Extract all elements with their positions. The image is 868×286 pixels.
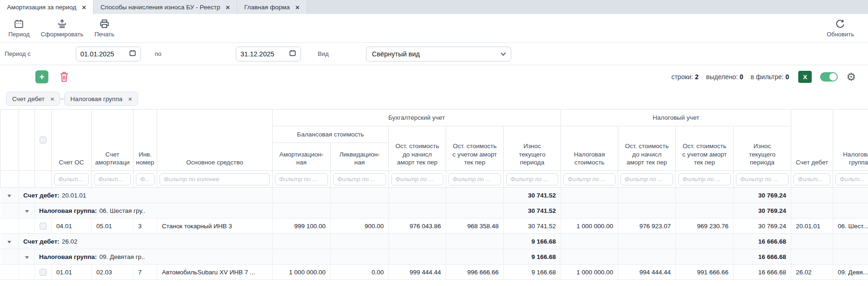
cell-nu-iznos: 30 769.24	[734, 203, 791, 218]
cell-schet-os: 04.01	[52, 218, 92, 234]
calendar-icon[interactable]	[129, 49, 136, 58]
delete-row-button[interactable]	[59, 71, 70, 83]
period-button[interactable]: Период	[8, 19, 30, 38]
select-all-checkbox[interactable]	[40, 136, 47, 143]
tab-main-form[interactable]: Главная форма	[237, 0, 307, 14]
period-to-input[interactable]	[240, 50, 283, 58]
filter-input-bu-ost-s[interactable]	[448, 173, 501, 185]
cell-nu-iznos: 16 666.68	[734, 249, 791, 265]
period-from-field[interactable]	[76, 47, 141, 61]
tab-amortization[interactable]: Амортизация за период	[0, 0, 93, 14]
table-row[interactable]: 01.01 02.03 7 АвтомобильSubaru XV ИНВ 7 …	[0, 265, 868, 280]
grid-stats: строки: 2 выделено: 0 в фильтре: 0 X	[664, 71, 856, 83]
export-excel-button[interactable]: X	[798, 71, 812, 83]
col-header-amortizacionnaya: Амортизацион- ная	[273, 143, 331, 171]
filtered-count-value: 0	[786, 73, 789, 81]
row-checkbox[interactable]	[40, 223, 47, 230]
cell-nu-ost-do: 994 444.44	[618, 265, 676, 280]
view-label: Вид	[318, 50, 329, 57]
filter-input-schet-amort[interactable]	[94, 173, 131, 185]
cell-bu-iznos: 9 166.68	[504, 265, 561, 280]
add-row-button[interactable]	[35, 70, 48, 83]
cell-bu-iznos: 9 166.68	[504, 234, 561, 249]
col-header-schet-debet: Счет дебет	[791, 109, 833, 171]
settings-gear-icon[interactable]	[846, 72, 856, 82]
col-header-nal-gruppa: Налоговая группа	[833, 109, 868, 171]
cell-bu-iznos: 9 166.68	[504, 249, 561, 265]
cell-nu-iznos: 16 666.68	[734, 234, 791, 249]
calendar-icon	[13, 19, 24, 29]
grid-action-bar: строки: 2 выделено: 0 в фильтре: 0 X	[0, 65, 868, 89]
table-row-group: Счет дебет:20.01.01 30 741.52 30 769.24	[0, 188, 868, 203]
group-label: Счет дебет:	[23, 238, 60, 245]
print-button[interactable]: Печать	[94, 19, 114, 38]
group-chip-nalog-gruppa[interactable]: Налоговая группа	[64, 92, 138, 106]
filter-input-inv[interactable]	[136, 173, 154, 185]
close-icon[interactable]	[226, 4, 230, 11]
filter-input-nu-iznos[interactable]	[736, 173, 788, 185]
cell-schet-debet: 26.02	[791, 265, 833, 280]
period-filter-bar: Период с по Вид Свёрнутый вид	[0, 43, 868, 65]
col-header-likvidacionnaya: Ликвидацион- ная	[331, 143, 389, 171]
cell-bu-iznos: 30 741.52	[504, 218, 561, 234]
data-grid: Счет ОС Счет амортизаци Инв. номер Основ…	[0, 109, 868, 280]
cell-inv: 7	[134, 265, 157, 280]
close-icon[interactable]	[82, 4, 86, 11]
generate-button[interactable]: Сформировать	[41, 19, 84, 38]
group-label: Счет дебет:	[23, 192, 60, 199]
close-icon[interactable]	[51, 95, 54, 102]
col-header-bu-iznos: Износ текущего периода	[504, 126, 561, 171]
tab-depreciation-methods[interactable]: Способы начисления износа БУ - Реестр	[93, 0, 237, 14]
collapse-icon[interactable]	[7, 241, 11, 244]
filter-input-likvid[interactable]	[333, 173, 386, 185]
filter-input-nal-gruppa[interactable]	[835, 173, 868, 185]
view-select-value: Свёрнутый вид	[372, 50, 420, 58]
filter-input-schet-os[interactable]	[54, 173, 89, 185]
close-icon[interactable]	[295, 4, 300, 11]
filter-input-bu-iznos[interactable]	[506, 173, 558, 185]
group-value: 09. Девятая гр..	[99, 253, 145, 260]
period-to-field[interactable]	[236, 47, 301, 61]
chip-connector	[60, 99, 64, 99]
close-icon[interactable]	[128, 95, 132, 102]
filter-input-os[interactable]	[160, 173, 270, 185]
table-row-subgroup: Налоговая группа:06. Шестая гру.. 30 741…	[0, 203, 868, 218]
tab-label: Способы начисления износа БУ - Реестр	[100, 4, 220, 11]
printer-icon	[99, 19, 110, 29]
row-checkbox[interactable]	[40, 269, 47, 276]
filter-input-nu-ost-s[interactable]	[678, 173, 731, 185]
tab-label: Амортизация за период	[7, 4, 76, 11]
group-value: 26.02	[62, 238, 78, 245]
cell-os: АвтомобильSubaru XV ИНВ 7 ...	[157, 265, 273, 280]
filter-input-schet-debet[interactable]	[794, 173, 830, 185]
filter-input-amort[interactable]	[275, 173, 328, 185]
filter-input-bu-ost-do[interactable]	[391, 173, 443, 185]
filter-input-nu-ost-do[interactable]	[621, 173, 673, 185]
group-header-nalog-uchet: Налоговый учет	[561, 109, 791, 126]
chip-label: Счет дебет	[12, 95, 45, 102]
selected-count-value: 0	[740, 73, 743, 81]
cell-nu-stoimost: 1 000 000.00	[561, 218, 618, 234]
cell-nu-iznos: 16 666.68	[734, 265, 791, 280]
cell-nu-iznos: 30 769.24	[734, 188, 791, 203]
period-from-input[interactable]	[80, 50, 123, 58]
cell-bu-ost-s: 996 666.66	[446, 265, 504, 280]
cell-inv: 3	[134, 218, 157, 234]
refresh-icon	[835, 19, 846, 29]
collapse-icon[interactable]	[25, 256, 29, 259]
col-header-schet-os: Счет ОС	[52, 109, 92, 171]
cell-bu-iznos: 30 741.52	[504, 203, 561, 218]
group-value: 06. Шестая гру..	[99, 207, 145, 214]
cell-bu-ost-s: 968 358.48	[446, 218, 504, 234]
group-chip-schet-debet[interactable]: Счет дебет	[6, 92, 60, 106]
toggle-knob	[829, 73, 837, 81]
calendar-icon[interactable]	[289, 49, 296, 58]
collapse-icon[interactable]	[7, 195, 11, 197]
filter-input-nu-stoimost[interactable]	[563, 173, 615, 185]
table-row[interactable]: 04.01 05.01 3 Станок токарный ИНВ 3 999 …	[0, 218, 868, 234]
filter-toggle[interactable]	[820, 72, 838, 82]
col-header-bu-ost-s: Ост. стоимость с учетом аморт тек пер	[446, 126, 504, 171]
refresh-button[interactable]: Обновить	[827, 19, 854, 38]
view-select[interactable]: Свёрнутый вид	[366, 47, 511, 61]
collapse-icon[interactable]	[25, 210, 29, 213]
